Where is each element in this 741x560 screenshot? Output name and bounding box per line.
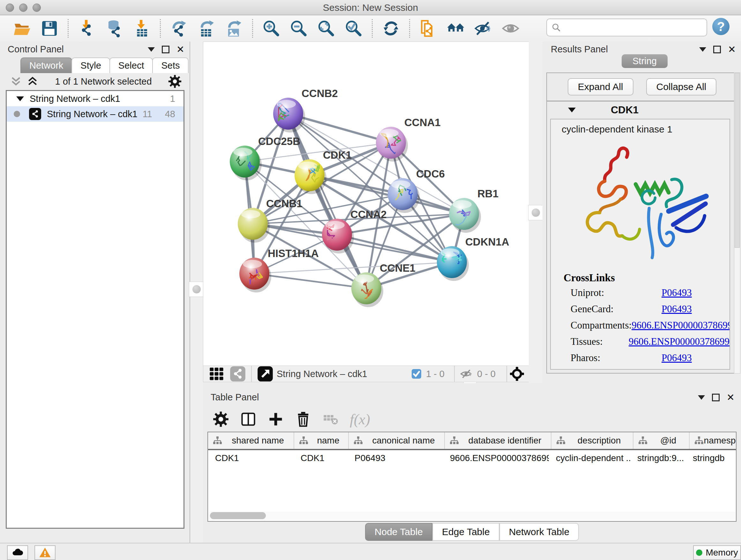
tab-sets[interactable]: Sets xyxy=(152,57,189,73)
network-node-hist1h1a[interactable]: HIST1H1A xyxy=(239,247,319,293)
import-table-icon[interactable] xyxy=(132,19,151,38)
tab-network[interactable]: Network xyxy=(20,57,72,73)
network-row[interactable]: String Network – cdk1 11 48 xyxy=(7,106,184,122)
crosslink-link[interactable]: 9606.ENSP00000378699 xyxy=(631,320,730,331)
network-node-cdkn1a[interactable]: CDKN1A xyxy=(437,236,509,281)
table-settings-gear-icon[interactable] xyxy=(212,411,229,428)
warnings-button[interactable] xyxy=(35,545,56,560)
results-panel-float-icon[interactable] xyxy=(713,46,721,53)
results-panel-close-icon[interactable]: ✕ xyxy=(728,47,736,52)
delete-column-icon[interactable] xyxy=(295,411,312,428)
table-row[interactable]: CDK1CDK1P064939606.ENSP00000378699cyclin… xyxy=(208,450,736,466)
column-header-description[interactable]: description xyxy=(551,432,633,449)
crosslink-link[interactable]: P06493 xyxy=(662,303,692,315)
help-button[interactable]: ? xyxy=(712,18,730,35)
column-header-shared-name[interactable]: shared name xyxy=(208,432,294,449)
save-session-icon[interactable] xyxy=(40,19,59,38)
results-panel-menu-icon[interactable] xyxy=(699,47,706,52)
expand-all-button[interactable]: Expand All xyxy=(568,78,633,96)
tab-edge-table[interactable]: Edge Table xyxy=(432,523,499,541)
column-header-namespace[interactable]: namespace xyxy=(690,432,737,449)
crosslink-label: Compartments: xyxy=(570,320,631,331)
cloud-button[interactable] xyxy=(7,545,28,560)
export-table-icon[interactable] xyxy=(197,19,216,38)
table-panel-float-icon[interactable] xyxy=(712,394,720,401)
crosslink-link[interactable]: P06493 xyxy=(662,287,692,299)
collapse-all-icon[interactable] xyxy=(10,75,22,88)
table-panel-menu-icon[interactable] xyxy=(698,395,705,400)
table-scrollbar-thumb[interactable] xyxy=(210,512,266,519)
function-builder-icon: f(x) xyxy=(350,411,370,428)
search-box[interactable] xyxy=(546,18,707,37)
node-table[interactable]: shared namenamecanonical namedatabase id… xyxy=(207,432,737,522)
zoom-fit-icon[interactable] xyxy=(317,19,335,38)
tab-select[interactable]: Select xyxy=(110,57,153,73)
network-node-ccne1[interactable]: CCNE1 xyxy=(351,262,415,307)
table-horizontal-scrollbar[interactable] xyxy=(209,511,735,520)
memory-button[interactable]: Memory xyxy=(693,545,741,560)
selected-count-text: 1 - 0 xyxy=(426,369,445,379)
collapse-all-button[interactable]: Collapse All xyxy=(646,78,717,96)
hidden-eye-icon[interactable] xyxy=(460,367,473,381)
left-splitter[interactable] xyxy=(190,42,203,543)
crosslink-label: Pharos: xyxy=(570,352,662,364)
crosslink-link[interactable]: 9606.ENSP00000378699 xyxy=(629,336,730,348)
refresh-icon[interactable] xyxy=(382,19,400,38)
import-network-icon[interactable] xyxy=(77,19,96,38)
zoom-selected-icon[interactable] xyxy=(344,19,363,38)
network-options-gear-icon[interactable] xyxy=(168,74,182,88)
nested-networks-icon[interactable] xyxy=(447,19,465,38)
search-input[interactable] xyxy=(564,20,706,35)
export-image-icon[interactable] xyxy=(225,19,243,38)
tab-string[interactable]: String xyxy=(622,54,668,68)
protein-collapse-icon[interactable] xyxy=(568,108,576,112)
network-node-ccna1[interactable]: CCNA1 xyxy=(376,117,441,162)
panel-menu-icon[interactable] xyxy=(148,47,155,52)
crosslink-row: Uniprot:P06493 xyxy=(570,287,730,299)
panel-close-icon[interactable]: ✕ xyxy=(177,47,185,52)
network-canvas[interactable]: CCNB2CCNA1CDC25BCDK1CDC6RB1CCNB1CCNA2CDK… xyxy=(203,42,529,366)
grid-view-icon[interactable] xyxy=(208,366,225,382)
crosslink-row: Compartments:9606.ENSP00000378699 xyxy=(570,320,730,331)
expand-all-icon[interactable] xyxy=(26,75,39,88)
crosslink-link[interactable]: P06493 xyxy=(662,352,692,364)
node-label: RB1 xyxy=(477,188,498,199)
network-selection-bar: 1 of 1 Network selected xyxy=(0,73,190,89)
network-node-rb1[interactable]: RB1 xyxy=(449,188,498,233)
collection-label: String Network – cdk1 xyxy=(30,94,170,104)
export-network-icon[interactable] xyxy=(170,19,188,38)
crosslink-row: Tissues:9606.ENSP00000378699 xyxy=(570,336,730,348)
zoom-in-icon[interactable] xyxy=(262,19,280,38)
column-header-database-identifier[interactable]: database identifier xyxy=(445,432,551,449)
column-header-canonical-name[interactable]: canonical name xyxy=(349,432,445,449)
crosslink-row: Pharos:P06493 xyxy=(570,352,730,364)
network-collection-row[interactable]: String Network – cdk1 1 xyxy=(7,91,184,106)
results-scrollbar[interactable] xyxy=(734,72,740,374)
results-scrollbar-thumb[interactable] xyxy=(735,73,740,248)
show-all-icon[interactable] xyxy=(501,19,520,38)
birds-eye-crosshair-icon[interactable] xyxy=(510,367,524,381)
right-splitter[interactable] xyxy=(529,42,542,383)
copy-network-icon[interactable] xyxy=(419,19,437,38)
tab-network-table[interactable]: Network Table xyxy=(499,523,579,541)
zoom-out-icon[interactable] xyxy=(289,19,308,38)
column-header--id[interactable]: @id xyxy=(633,432,690,449)
network-node-cdc25b[interactable]: CDC25B xyxy=(230,135,300,180)
collection-expand-icon[interactable] xyxy=(16,97,24,101)
share-view-icon[interactable] xyxy=(229,366,246,382)
table-panel-title: Table Panel xyxy=(211,392,259,402)
selected-checkbox-icon[interactable] xyxy=(411,368,422,380)
left-splitter-handle[interactable] xyxy=(189,282,204,297)
right-splitter-handle[interactable] xyxy=(528,205,543,220)
table-panel-close-icon[interactable]: ✕ xyxy=(727,395,735,400)
tab-node-table[interactable]: Node Table xyxy=(365,523,432,541)
show-columns-icon[interactable] xyxy=(240,411,257,428)
import-database-icon[interactable] xyxy=(105,19,124,38)
open-file-icon[interactable] xyxy=(13,19,31,38)
column-header-name[interactable]: name xyxy=(294,432,349,449)
add-column-icon[interactable] xyxy=(267,411,284,428)
open-in-window-icon[interactable] xyxy=(257,366,273,382)
tab-style[interactable]: Style xyxy=(71,57,110,73)
hide-selected-icon[interactable] xyxy=(474,19,492,38)
panel-float-icon[interactable] xyxy=(162,46,170,53)
